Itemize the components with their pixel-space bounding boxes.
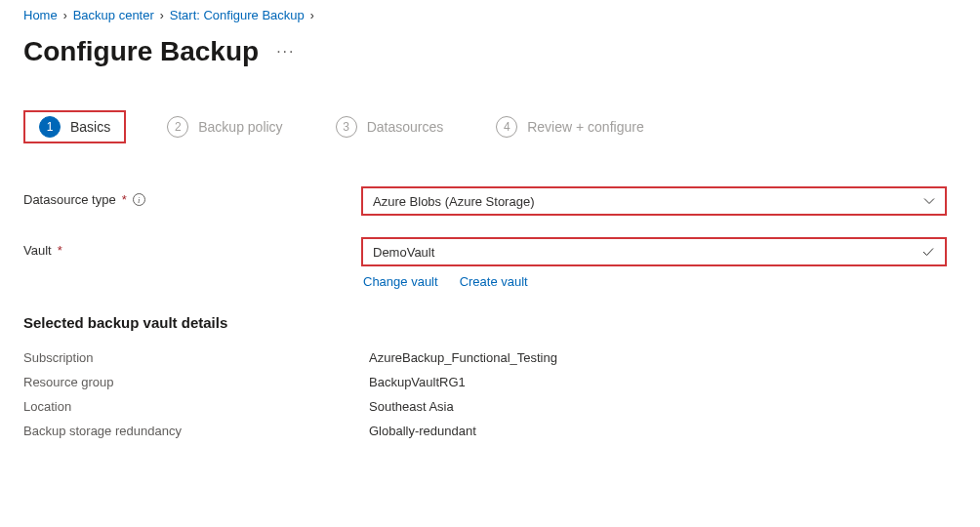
tab-number: 4: [496, 116, 517, 138]
chevron-down-icon: [923, 195, 935, 207]
datasource-type-label: Datasource type * i: [23, 186, 361, 207]
more-actions-button[interactable]: ···: [276, 43, 295, 61]
datasource-type-select[interactable]: Azure Blobs (Azure Storage): [361, 186, 947, 216]
wizard-tabs: 1 Basics 2 Backup policy 3 Datasources 4…: [23, 110, 957, 143]
tab-label: Review + configure: [527, 119, 643, 135]
create-vault-link[interactable]: Create vault: [460, 274, 528, 289]
vault-label: Vault *: [23, 237, 361, 258]
required-indicator: *: [122, 192, 127, 207]
vault-details-heading: Selected backup vault details: [23, 314, 957, 331]
select-value: Azure Blobs (Azure Storage): [373, 194, 534, 209]
required-indicator: *: [58, 243, 62, 258]
detail-label: Subscription: [23, 350, 369, 365]
tab-number: 3: [336, 116, 357, 138]
vault-actions: Change vault Create vault: [361, 274, 957, 289]
change-vault-link[interactable]: Change vault: [363, 274, 438, 289]
detail-redundancy: Backup storage redundancy Globally-redun…: [23, 424, 957, 438]
tab-basics[interactable]: 1 Basics: [23, 110, 126, 143]
detail-value: Globally-redundant: [369, 424, 476, 438]
detail-subscription: Subscription AzureBackup_Functional_Test…: [23, 350, 957, 365]
detail-value: Southeast Asia: [369, 399, 454, 414]
tab-datasources[interactable]: 3 Datasources: [324, 110, 456, 143]
select-value: DemoVault: [373, 245, 434, 260]
field-vault: Vault * DemoVault Change vault Create va…: [23, 237, 957, 289]
breadcrumb-backup-center[interactable]: Backup center: [73, 8, 154, 22]
tab-label: Backup policy: [198, 119, 282, 135]
detail-location: Location Southeast Asia: [23, 399, 957, 414]
detail-value: AzureBackup_Functional_Testing: [369, 350, 557, 365]
chevron-right-icon: ›: [63, 9, 67, 22]
detail-label: Backup storage redundancy: [23, 424, 369, 438]
breadcrumb: Home › Backup center › Start: Configure …: [23, 8, 957, 22]
tab-label: Datasources: [367, 119, 444, 135]
tab-backup-policy[interactable]: 2 Backup policy: [155, 110, 294, 143]
detail-label: Resource group: [23, 375, 369, 389]
vault-select[interactable]: DemoVault: [361, 237, 947, 266]
tab-review-configure[interactable]: 4 Review + configure: [484, 110, 655, 143]
tab-label: Basics: [70, 119, 110, 135]
detail-value: BackupVaultRG1: [369, 375, 466, 389]
page-header: Configure Backup ···: [23, 36, 957, 67]
info-icon[interactable]: i: [133, 193, 145, 206]
detail-resource-group: Resource group BackupVaultRG1: [23, 375, 957, 389]
tab-number: 1: [39, 116, 61, 138]
checkmark-icon: [921, 245, 935, 259]
page-title: Configure Backup: [23, 36, 259, 67]
field-datasource-type: Datasource type * i Azure Blobs (Azure S…: [23, 186, 957, 216]
label-text: Datasource type: [23, 192, 116, 207]
tab-number: 2: [167, 116, 188, 138]
chevron-right-icon: ›: [310, 9, 314, 22]
label-text: Vault: [23, 243, 52, 258]
breadcrumb-start-configure-backup[interactable]: Start: Configure Backup: [170, 8, 305, 22]
detail-label: Location: [23, 399, 369, 414]
chevron-right-icon: ›: [160, 9, 164, 22]
breadcrumb-home[interactable]: Home: [23, 8, 58, 22]
